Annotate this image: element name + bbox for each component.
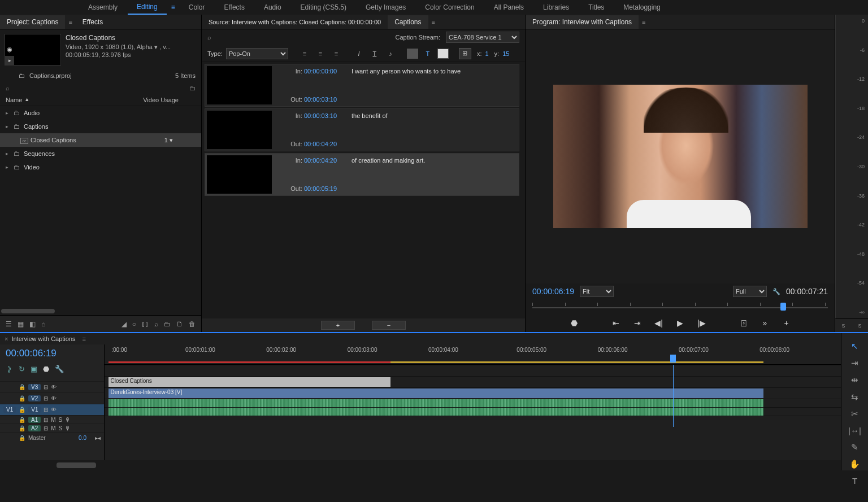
underline-icon[interactable]: T xyxy=(368,48,381,59)
wrench-icon[interactable]: 🔧 xyxy=(772,288,780,295)
caption-in-tc[interactable]: 00:00:00:00 xyxy=(304,68,345,75)
caption-text[interactable]: the benefit of xyxy=(347,109,519,151)
program-scrubber[interactable] xyxy=(532,299,828,314)
workspace-getty[interactable]: Getty Images xyxy=(357,1,415,14)
align-right-icon[interactable]: ≡ xyxy=(330,48,342,59)
timeline-tab[interactable]: Interview with Captions xyxy=(11,335,75,342)
timeline-zoom-bar[interactable] xyxy=(0,460,841,470)
tab-program-menu-icon[interactable]: ≡ xyxy=(639,19,649,25)
expand-icon[interactable]: ▸ xyxy=(6,124,14,129)
timeline-tab-menu-icon[interactable]: ≡ xyxy=(79,335,89,342)
trash-icon[interactable]: 🗑 xyxy=(189,320,196,328)
tree-folder-sequences[interactable]: ▸ 🗀 Sequences xyxy=(0,147,201,160)
track-head-v1[interactable]: V1🔒V1⊟👁 xyxy=(0,404,104,415)
track-v3[interactable] xyxy=(105,365,841,376)
caption-item[interactable]: In: 00:00:00:00 Out: 00:00:03:10 I want … xyxy=(205,64,519,107)
caption-stream-select[interactable]: CEA-708 Service 1 xyxy=(446,32,519,43)
new-bin-icon[interactable]: 🗀 xyxy=(164,320,171,328)
project-hscroll[interactable] xyxy=(0,307,201,315)
expand-icon[interactable]: ▸ xyxy=(6,151,14,156)
caption-text[interactable]: I want any person who wants to to have xyxy=(347,64,519,106)
poster-frame-icon[interactable]: ◉ xyxy=(5,46,14,55)
x-value[interactable]: 1 xyxy=(485,50,488,57)
solo-left-icon[interactable]: S xyxy=(841,323,845,329)
track-head-v3[interactable]: 🔒V3⊟👁 xyxy=(0,381,104,392)
asset-thumbnail[interactable]: ◉ ▸ xyxy=(5,34,61,66)
caption-out-tc[interactable]: 00:00:03:10 xyxy=(304,96,345,103)
col-name[interactable]: Name xyxy=(6,97,22,103)
caption-out-tc[interactable]: 00:00:05:19 xyxy=(304,185,345,192)
fg-color-swatch[interactable] xyxy=(437,49,449,59)
type-tool-icon[interactable]: T xyxy=(852,476,857,486)
track-a1[interactable] xyxy=(105,399,841,407)
zoom-select[interactable]: Fit xyxy=(580,286,614,297)
timeline-canvas[interactable]: :00:00 00:00:01:00 00:00:02:00 00:00:03:… xyxy=(105,344,841,460)
align-center-icon[interactable]: ≡ xyxy=(314,48,327,59)
settings-icon[interactable]: 🔧 xyxy=(55,365,64,373)
tab-effects[interactable]: Effects xyxy=(76,15,110,29)
workspace-metalogging[interactable]: Metalogging xyxy=(614,1,669,14)
search-icon[interactable]: ⌕ xyxy=(207,34,211,41)
time-ruler[interactable]: :00:00 00:00:01:00 00:00:02:00 00:00:03:… xyxy=(105,344,841,365)
search-input[interactable] xyxy=(15,84,94,92)
new-item-icon[interactable]: 🗋 xyxy=(176,320,183,328)
timeline-tc[interactable]: 00:00:06:19 xyxy=(0,344,104,363)
col-usage[interactable]: Video Usage xyxy=(143,97,179,103)
caption-item[interactable]: In: 00:00:04:20 Out: 00:00:05:19 of crea… xyxy=(205,153,519,196)
add-caption-button[interactable]: + xyxy=(321,321,355,330)
marker-icon[interactable]: ⬣ xyxy=(43,365,49,373)
sort-icon[interactable]: ○ xyxy=(132,320,136,328)
track-v2[interactable]: Closed Captions xyxy=(105,376,841,387)
mark-in-icon[interactable]: ⇤ xyxy=(610,318,622,328)
filter-bin-icon[interactable]: 🗀 xyxy=(189,85,196,91)
caption-in-tc[interactable]: 00:00:04:20 xyxy=(304,157,345,164)
playhead-line[interactable] xyxy=(673,365,674,427)
clip-video[interactable]: DerekGores-Interview-03 [V] xyxy=(108,388,764,398)
clip-audio-2[interactable] xyxy=(108,408,764,416)
workspace-titles[interactable]: Titles xyxy=(579,1,613,14)
y-value[interactable]: 15 xyxy=(502,50,509,57)
remove-caption-button[interactable]: − xyxy=(372,321,406,330)
track-select-tool-icon[interactable]: ⇥ xyxy=(851,358,858,368)
type-select[interactable]: Pop-On xyxy=(226,48,288,59)
program-current-tc[interactable]: 00:00:06:19 xyxy=(532,287,574,296)
add-marker-tl-icon[interactable]: ▣ xyxy=(31,365,37,373)
search-icon[interactable]: ⌕ xyxy=(6,85,10,91)
italic-icon[interactable]: I xyxy=(353,48,365,59)
step-fwd-icon[interactable]: |▶ xyxy=(696,318,708,328)
workspace-assembly[interactable]: Assembly xyxy=(79,1,127,14)
workspace-menu-icon[interactable]: ≡ xyxy=(168,3,179,11)
playhead-handle[interactable] xyxy=(780,303,786,311)
caption-in-tc[interactable]: 00:00:03:10 xyxy=(304,112,345,119)
workspace-effects[interactable]: Effects xyxy=(215,1,253,14)
music-note-icon[interactable]: ♪ xyxy=(384,48,397,59)
bg-color-swatch[interactable] xyxy=(407,49,418,59)
mark-out-icon[interactable]: ⇥ xyxy=(631,318,644,328)
track-a2[interactable] xyxy=(105,407,841,416)
playhead-marker[interactable] xyxy=(670,355,676,363)
tree-folder-captions[interactable]: ▸ 🗀 Captions xyxy=(0,120,201,133)
track-head-a1[interactable]: 🔒A1⊟MS🎙 xyxy=(0,415,104,424)
tab-program[interactable]: Program: Interview with Captions xyxy=(526,15,639,29)
export-frame-icon[interactable]: + xyxy=(780,318,793,328)
tab-project[interactable]: Project: Captions xyxy=(0,15,65,29)
selection-tool-icon[interactable]: ↖ xyxy=(851,341,858,351)
track-v1[interactable]: DerekGores-Interview-03 [V] xyxy=(105,387,841,399)
tree-item-closed-captions[interactable]: cc Closed Captions 1 ▾ xyxy=(0,133,201,147)
add-marker-icon[interactable]: ⬣ xyxy=(568,318,580,328)
close-tab-icon[interactable]: × xyxy=(5,335,8,342)
expand-icon[interactable]: ▸ xyxy=(6,164,14,170)
align-left-icon[interactable]: ≡ xyxy=(298,48,311,59)
expand-icon[interactable]: ▸ xyxy=(6,110,14,116)
solo-right-icon[interactable]: S xyxy=(858,323,861,329)
tab-source[interactable]: Source: Interview with Captions: Closed … xyxy=(202,16,388,28)
find-icon[interactable]: ⫿⫿ xyxy=(142,320,149,328)
track-head-v2[interactable]: 🔒V2⊟👁 xyxy=(0,392,104,404)
play-icon[interactable]: ▶ xyxy=(674,318,687,328)
caption-text[interactable]: of creation and making art. xyxy=(347,154,519,195)
lift-icon[interactable]: ⍐ xyxy=(737,318,750,328)
workspace-colorcorrection[interactable]: Color Correction xyxy=(416,1,483,14)
caption-item[interactable]: In: 00:00:03:10 Out: 00:00:04:20 the ben… xyxy=(205,108,519,151)
program-viewer[interactable] xyxy=(526,29,835,283)
position-grid-icon[interactable]: ⊞ xyxy=(459,48,471,59)
